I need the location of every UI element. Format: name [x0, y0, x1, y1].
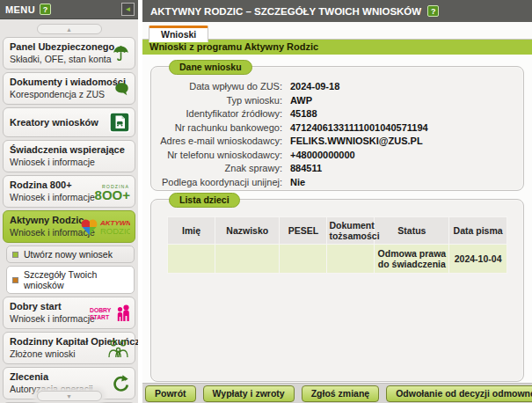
- children-table: ImięNazwiskoPESELDokument tożsamościStat…: [167, 216, 507, 274]
- sidebar-subitem-label: Szczegóły Twoich wniosków: [24, 269, 128, 290]
- sidebar-item-panel-ubezpieczonego[interactable]: Panel UbezpieczonegoSkładki, OFE, stan k…: [3, 37, 135, 70]
- column-header-pesel: PESEL: [280, 217, 327, 245]
- dobry-start-logo: DOBRYSTART: [89, 304, 130, 323]
- sidebar-subitem-szczegoly-twoich-wnioskow[interactable]: Szczegóły Twoich wniosków: [6, 266, 135, 294]
- sidebar-menu-list: Panel UbezpieczonegoSkładki, OFE, stan k…: [0, 37, 138, 403]
- content: Dane wniosku Data wpływu do ZUS:2024-09-…: [142, 55, 532, 383]
- field-value: 2024-09-18: [290, 81, 339, 92]
- main-area: AKTYWNY RODZIC – SZCZEGÓŁY TWOICH WNIOSK…: [142, 0, 532, 403]
- column-header-imie: Imię: [168, 217, 215, 245]
- field-label: Nr rachunku bankowego:: [160, 122, 290, 134]
- field-value: 45188: [290, 108, 317, 120]
- field-row-data-wplywu-do-zus: Data wpływu do ZUS:2024-09-18: [160, 81, 514, 92]
- menu-header: MENU ? ◄: [0, 0, 138, 19]
- sidebar-item-subtitle: Wniosek i informacje: [10, 313, 86, 325]
- svg-text:START: START: [90, 313, 110, 319]
- sidebar-item-rodzinny-kapital-opiekunczy[interactable]: Rodzinny Kapitał OpiekuńczyZłożone wnios…: [3, 332, 135, 364]
- sidebar-item-subtitle: Wniosek i informacje: [10, 227, 77, 238]
- field-row-typ-wniosku: Typ wniosku:AWP: [160, 95, 514, 106]
- table-cell: 2024-10-04: [449, 245, 507, 274]
- sidebar-item-subtitle: Wniosek i informacje: [10, 157, 130, 168]
- sidebar-item-title: Kreatory wniosków: [10, 117, 106, 128]
- field-row-znak-sprawy: Znak sprawy:884511: [160, 163, 514, 174]
- sidebar-item-title: Dokumenty i wiadomości: [10, 77, 111, 88]
- field-label: Adres e-mail wnioskodawcy:: [160, 136, 290, 147]
- wizard-document-icon: [109, 112, 130, 133]
- field-label: Podlega koordynacji unijnej:: [160, 177, 290, 188]
- field-row-podlega-koordynacji-unijnej: Podlega koordynacji unijnej:Nie: [160, 177, 514, 188]
- refresh-icon: [112, 374, 130, 392]
- dane-wniosku-panel: Dane wniosku Data wpływu do ZUS:2024-09-…: [150, 66, 524, 191]
- sidebar-item-subtitle: Wniosek i informacje: [10, 192, 84, 203]
- svg-text:RODZIC: RODZIC: [100, 226, 130, 236]
- odwolanie-od-decyzji-odmownej-button[interactable]: Odwołanie od decyzji odmownej: [386, 385, 532, 402]
- sidebar-item-kreatory-wnioskow[interactable]: Kreatory wniosków: [3, 107, 135, 137]
- lista-dzieci-panel: Lista dzieci ImięNazwiskoPESELDokument t…: [150, 199, 524, 382]
- umbrella-icon: [112, 45, 130, 62]
- column-header-status: Status: [375, 217, 449, 245]
- aktywny-rodzic-logo: AKTYWNYRODZIC: [80, 216, 130, 237]
- sidebar-item-title: Dobry start: [10, 301, 86, 312]
- column-header-dokument-tozsamosci: Dokument tożsamości: [327, 217, 375, 245]
- sidebar-subitem-utworz-nowy-wniosek[interactable]: Utwórz nowy wniosek: [6, 245, 135, 263]
- field-value: FELIKS.WWNIOSKI@ZUS.PL: [290, 136, 423, 147]
- family-icon: [106, 339, 130, 358]
- field-row-nr-telefonu-wnioskodawcy: Nr telefonu wnioskodawcy:+48000000000: [160, 150, 514, 161]
- sidebar-item-title: Aktywny Rodzic: [10, 215, 77, 226]
- field-value: 884511: [290, 163, 322, 174]
- table-cell: [168, 245, 215, 274]
- sidebar-scroll-down-button[interactable]: ▼: [37, 391, 102, 401]
- column-header-data-pisma: Data pisma: [449, 217, 507, 245]
- dane-wniosku-fields: Data wpływu do ZUS:2024-09-18Typ wniosku…: [160, 81, 514, 188]
- page-title-bar: AKTYWNY RODZIC – SZCZEGÓŁY TWOICH WNIOSK…: [142, 0, 532, 22]
- field-value: Nie: [290, 177, 305, 188]
- sidebar-item-title: Zlecenia: [10, 371, 109, 383]
- app-window: MENU ? ◄ ▲ Panel UbezpieczonegoSkładki, …: [0, 0, 532, 403]
- dane-wniosku-legend: Dane wniosku: [169, 60, 252, 75]
- rodzina-800-logo: RODZINA8OO+: [86, 182, 130, 201]
- page-help-icon[interactable]: ?: [427, 5, 439, 17]
- footer-button-bar: PowrótWypłaty i zwrotyZgłoś zmianęOdwoła…: [142, 383, 532, 403]
- field-value: +48000000000: [290, 150, 355, 161]
- table-cell: Odmowa prawa do świadczenia: [375, 245, 449, 274]
- field-value: AWP: [290, 95, 312, 106]
- sidebar-item-title: Świadczenia wspierające: [10, 144, 130, 156]
- svg-text:DOBRY: DOBRY: [90, 307, 112, 313]
- sidebar-item-swiadczenia-wspierajace[interactable]: Świadczenia wspierająceWniosek i informa…: [3, 140, 135, 172]
- menu-help-icon[interactable]: ?: [40, 4, 51, 15]
- sidebar: MENU ? ◄ ▲ Panel UbezpieczonegoSkładki, …: [0, 0, 142, 403]
- table-cell: [215, 245, 280, 274]
- lista-dzieci-legend: Lista dzieci: [169, 193, 240, 208]
- field-value: 47124061331111001040571194: [290, 122, 428, 134]
- subitem-bullet-icon: [12, 252, 18, 258]
- field-label: Znak sprawy:: [160, 163, 290, 174]
- table-cell: [280, 245, 327, 274]
- sidebar-item-rodzina-800[interactable]: Rodzina 800+Wniosek i informacjeRODZINA8…: [3, 175, 135, 208]
- sidebar-item-title: Panel Ubezpieczonego: [10, 41, 109, 53]
- field-label: Typ wniosku:: [160, 95, 290, 106]
- field-row-identyfikator-zrodlowy: Identyfikator źródłowy:45188: [160, 108, 514, 120]
- sidebar-item-aktywny-rodzic[interactable]: Aktywny RodzicWniosek i informacjeAKTYWN…: [3, 210, 135, 243]
- field-row-adres-e-mail-wnioskodawcy: Adres e-mail wnioskodawcy:FELIKS.WWNIOSK…: [160, 136, 514, 147]
- table-cell: [327, 245, 375, 274]
- field-label: Data wpływu do ZUS:: [160, 81, 290, 92]
- sidebar-item-dobry-start[interactable]: Dobry startWniosek i informacjeDOBRYSTAR…: [3, 297, 135, 329]
- wyplaty-i-zwroty-button[interactable]: Wypłaty i zwroty: [203, 385, 295, 402]
- tab-bar: Wnioski: [142, 22, 532, 40]
- sidebar-item-subtitle: Złożone wnioski: [10, 348, 104, 360]
- zglos-zmiane-button[interactable]: Zgłoś zmianę: [302, 385, 380, 402]
- sidebar-collapse-icon[interactable]: ◄: [121, 3, 135, 16]
- sidebar-scroll-up-button[interactable]: ▲: [37, 24, 102, 34]
- field-row-nr-rachunku-bankowego: Nr rachunku bankowego:471240613311110010…: [160, 122, 514, 134]
- speech-bubble-icon: [113, 81, 130, 97]
- sidebar-item-title: Rodzina 800+: [10, 180, 84, 191]
- column-header-nazwisko: Nazwisko: [215, 217, 280, 245]
- field-label: Identyfikator źródłowy:: [160, 108, 290, 120]
- sidebar-item-dokumenty-i-wiadomosci[interactable]: Dokumenty i wiadomościKorespondencja z Z…: [3, 72, 135, 105]
- menu-title: MENU: [5, 4, 35, 15]
- sidebar-item-subtitle: Korespondencja z ZUS: [10, 89, 111, 100]
- tab-wnioski[interactable]: Wnioski: [149, 26, 208, 42]
- table-row[interactable]: Odmowa prawa do świadczenia2024-10-04: [168, 245, 507, 274]
- powrot-button[interactable]: Powrót: [145, 385, 196, 402]
- subitem-bullet-icon: [12, 277, 18, 283]
